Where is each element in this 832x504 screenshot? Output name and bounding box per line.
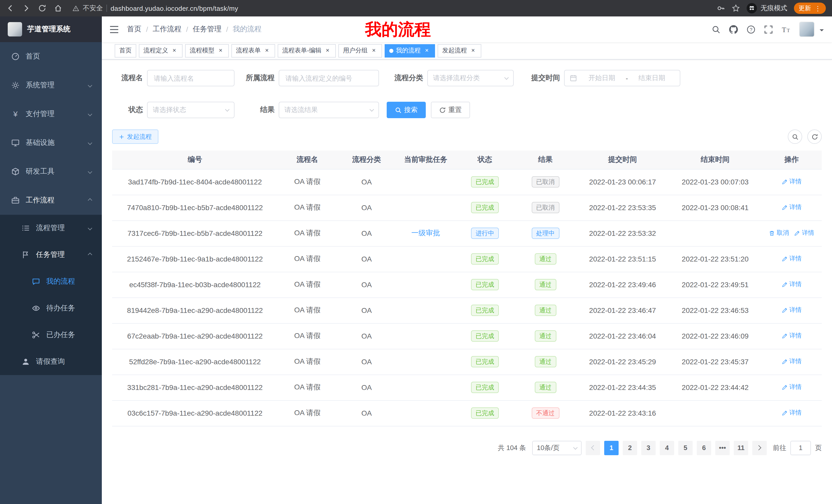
forward-icon[interactable]: [22, 4, 30, 12]
page-button-6[interactable]: 6: [697, 441, 711, 455]
detail-link[interactable]: 详情: [782, 383, 802, 392]
cell-task: [396, 400, 455, 426]
right-toolbar: [788, 130, 822, 144]
chevron-right-icon: [756, 445, 761, 450]
detail-link[interactable]: 详情: [782, 177, 802, 186]
result-tag: 已取消: [531, 176, 559, 188]
hamburger-icon[interactable]: [109, 25, 119, 33]
breadcrumb-separator: /: [186, 25, 188, 33]
tab-my-process[interactable]: 我的流程×: [385, 44, 435, 57]
create-process-button[interactable]: 发起流程: [112, 130, 158, 144]
sidebar-item-payment[interactable]: ¥支付管理: [0, 100, 102, 129]
font-size-icon[interactable]: TT: [782, 25, 790, 34]
close-icon[interactable]: ×: [263, 47, 270, 54]
date-range-picker[interactable]: 开始日期 - 结束日期: [564, 70, 680, 86]
app-logo[interactable]: 芋道管理系统: [0, 17, 102, 42]
yen-icon: ¥: [11, 110, 20, 118]
detail-link[interactable]: 详情: [794, 229, 814, 237]
detail-link[interactable]: 详情: [782, 306, 802, 315]
cell-category: OA: [337, 298, 396, 323]
breadcrumb-item[interactable]: 工作流程: [153, 25, 182, 34]
page-button-1[interactable]: 1: [604, 441, 619, 455]
reset-button[interactable]: 重置: [431, 102, 470, 118]
tab-process-model[interactable]: 流程模型×: [185, 44, 229, 57]
tab-user-group[interactable]: 用户分组×: [338, 44, 382, 57]
browser-menu-icon[interactable]: ⋮: [814, 4, 821, 12]
table-body: 3ad174fb-7b9d-11ec-8404-acde48001122OA 请…: [112, 169, 822, 426]
tab-process-form-edit[interactable]: 流程表单-编辑×: [278, 44, 336, 57]
breadcrumb-item[interactable]: 任务管理: [193, 25, 222, 34]
page-button-4[interactable]: 4: [660, 441, 674, 455]
sidebar-item-home[interactable]: 首页: [0, 42, 102, 71]
avatar-caret-icon[interactable]: [820, 29, 824, 33]
address-bar[interactable]: 不安全 dashboard.yudao.iocoder.cn/bpm/task/…: [73, 4, 238, 13]
page-button-2[interactable]: 2: [623, 441, 637, 455]
detail-link[interactable]: 详情: [782, 409, 802, 417]
date-start-placeholder[interactable]: 开始日期: [579, 74, 625, 83]
close-icon[interactable]: ×: [370, 47, 378, 54]
cell-name: OA 请假: [278, 374, 337, 400]
fullscreen-icon[interactable]: [764, 25, 773, 34]
search-button[interactable]: 搜索: [387, 102, 426, 118]
detail-link[interactable]: 详情: [782, 203, 802, 212]
close-icon[interactable]: ×: [423, 47, 431, 54]
category-select[interactable]: 请选择流程分类: [427, 70, 514, 86]
close-icon[interactable]: ×: [217, 47, 224, 54]
breadcrumb-item[interactable]: 首页: [127, 25, 141, 34]
github-icon[interactable]: [729, 25, 738, 34]
page-button-5[interactable]: 5: [678, 441, 693, 455]
status-select[interactable]: 请选择状态: [147, 102, 234, 118]
date-end-placeholder[interactable]: 结束日期: [629, 74, 675, 83]
next-page-button[interactable]: [752, 441, 767, 455]
result-select[interactable]: 请选流结果: [279, 102, 379, 118]
help-icon[interactable]: ?: [747, 25, 755, 34]
prev-page-button[interactable]: [586, 441, 600, 455]
cell-name: OA 请假: [278, 246, 337, 272]
sidebar-item-leave-query[interactable]: 请假查询: [0, 348, 102, 375]
password-key-icon[interactable]: [717, 4, 725, 12]
process-name-input[interactable]: [147, 70, 234, 86]
sidebar-item-workflow[interactable]: 工作流程: [0, 186, 102, 215]
tab-process-definition[interactable]: 流程定义×: [139, 44, 183, 57]
security-label[interactable]: 不安全: [83, 4, 103, 13]
tab-home[interactable]: 首页: [115, 44, 136, 57]
sidebar-item-my-process[interactable]: 我的流程: [0, 268, 102, 295]
back-icon[interactable]: [6, 4, 15, 12]
goto-page-input[interactable]: [790, 441, 811, 455]
close-icon[interactable]: ×: [469, 47, 477, 54]
detail-link[interactable]: 详情: [782, 255, 802, 263]
detail-link[interactable]: 详情: [782, 280, 802, 289]
sidebar-item-label: 支付管理: [26, 109, 54, 119]
sidebar-item-devtools[interactable]: 研发工具: [0, 157, 102, 186]
sidebar-item-process-mgmt[interactable]: 流程管理: [0, 215, 102, 242]
refresh-table-button[interactable]: [807, 130, 822, 144]
close-icon[interactable]: ×: [324, 47, 331, 54]
tab-start-process[interactable]: 发起流程×: [438, 44, 481, 57]
toggle-search-button[interactable]: [788, 130, 802, 144]
detail-link[interactable]: 详情: [782, 332, 802, 340]
chevron-down-icon: [88, 170, 92, 174]
update-button[interactable]: 更新 ⋮: [794, 3, 826, 14]
sidebar-item-system[interactable]: 系统管理: [0, 71, 102, 100]
page-button-11[interactable]: 11: [734, 441, 748, 455]
avatar[interactable]: [799, 22, 814, 37]
search-icon[interactable]: [712, 25, 721, 34]
more-pages-button[interactable]: •••: [715, 441, 730, 455]
task-link[interactable]: 一级审批: [411, 229, 440, 237]
process-key-input[interactable]: [279, 70, 379, 86]
close-icon[interactable]: ×: [171, 47, 178, 54]
table-row: 2152467e-7b9b-11ec-9a1b-acde48001122OA 请…: [112, 246, 822, 272]
sidebar-item-task-mgmt[interactable]: 任务管理: [0, 242, 102, 268]
detail-link[interactable]: 详情: [782, 357, 802, 366]
page-button-3[interactable]: 3: [641, 441, 656, 455]
tab-process-form[interactable]: 流程表单×: [231, 44, 275, 57]
sidebar-item-todo-tasks[interactable]: 待办任务: [0, 295, 102, 321]
browser-home-icon[interactable]: [54, 4, 62, 12]
reload-icon[interactable]: [38, 4, 46, 12]
cancel-link[interactable]: 取消: [769, 229, 789, 237]
sidebar-item-done-tasks[interactable]: 已办任务: [0, 321, 102, 348]
url-text[interactable]: dashboard.yudao.iocoder.cn/bpm/task/my: [110, 4, 238, 12]
sidebar-item-infrastructure[interactable]: 基础设施: [0, 129, 102, 157]
bookmark-star-icon[interactable]: [732, 4, 740, 12]
page-size-select[interactable]: 10条/页: [532, 441, 581, 455]
